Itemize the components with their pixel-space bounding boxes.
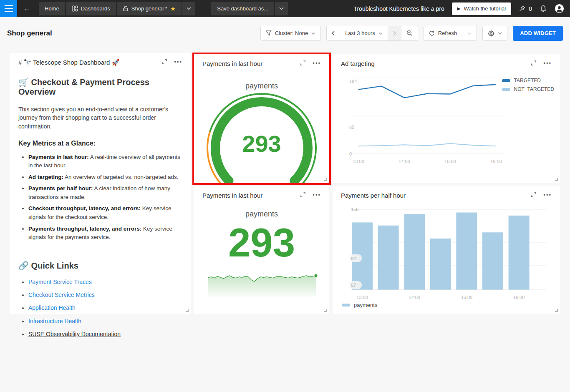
user-menu-button[interactable] (555, 4, 564, 13)
resize-handle[interactable] (186, 309, 189, 312)
widget-menu-icon[interactable]: ••• (313, 60, 321, 66)
bar-chart-legend: payments (342, 302, 377, 308)
tab-shop-general[interactable]: Shop general * ★ (117, 2, 182, 15)
gear-icon (488, 30, 494, 37)
refresh-label: Refresh (438, 30, 457, 36)
payments-bar-svg: 156925713:0014:0015:0016:00 (341, 201, 552, 304)
link-suse-observability-docs[interactable]: SUSE Observability Documentation (28, 331, 121, 337)
svg-text:184: 184 (349, 79, 357, 84)
notifications-button[interactable] (540, 5, 547, 13)
cluster-filter-button[interactable]: Cluster: None (261, 26, 320, 40)
dashboard-canvas: # 🔭 Telescope Shop Dashboard 🚀 ••• 🛒 Che… (0, 49, 570, 392)
link-application-health[interactable]: Application Health (28, 304, 76, 311)
link-infrastructure-health[interactable]: Infrastructure Health (28, 318, 81, 324)
payments-gauge-widget: Payments in last hour ••• payments293 (194, 54, 329, 183)
chevron-left-icon (332, 31, 335, 36)
svg-text:payments: payments (245, 82, 278, 90)
time-forward-button[interactable] (388, 26, 401, 40)
legend-label: TARGETED (514, 78, 541, 83)
add-widget-button[interactable]: ADD WIDGET (513, 26, 563, 41)
chevron-down-icon (187, 7, 191, 10)
menu-button[interactable] (0, 0, 17, 17)
markdown-widget: # 🔭 Telescope Shop Dashboard 🚀 ••• 🛒 Che… (10, 53, 191, 314)
pin-counter[interactable]: 0 (519, 5, 532, 12)
favorite-star-icon[interactable]: ★ (170, 5, 176, 12)
resize-handle[interactable] (555, 178, 558, 181)
expand-icon[interactable] (300, 192, 306, 198)
tab-home[interactable]: Home (39, 2, 65, 15)
resize-handle[interactable] (324, 178, 327, 181)
widget-menu-icon[interactable]: ••• (543, 192, 552, 198)
chevron-down-icon (279, 7, 284, 10)
link-checkout-service-metrics[interactable]: Checkout Service Metrics (28, 291, 95, 298)
watch-tutorial-button[interactable]: ▶ Watch the tutorial (452, 3, 511, 15)
payments-gauge-chart: payments293 (194, 54, 329, 183)
chevron-right-icon (393, 31, 396, 36)
payments-sparkline-svg (194, 272, 329, 297)
avatar (555, 4, 564, 13)
refresh-button[interactable]: Refresh (424, 26, 462, 40)
expand-icon[interactable] (531, 192, 537, 198)
save-dashboard-chevron[interactable] (275, 2, 288, 15)
quick-links-heading: 🔗 Quick Links (18, 261, 182, 271)
zoom-out-button[interactable] (401, 26, 418, 40)
tab-dashboards-label: Dashboards (81, 5, 110, 12)
widget-menu-icon[interactable]: ••• (174, 59, 182, 65)
list-item: Ad targeting: An overview of targeted vs… (28, 173, 182, 182)
watch-tutorial-label: Watch the tutorial (464, 5, 506, 12)
time-range-label: Last 3 hours (345, 30, 375, 36)
promo-text: Troubleshoot Kubernetes like a pro (353, 5, 444, 12)
expand-icon[interactable] (531, 60, 537, 66)
svg-text:0: 0 (349, 151, 352, 156)
list-item: Payments per half hour: A clear indicati… (28, 184, 182, 201)
svg-text:13:00: 13:00 (356, 295, 368, 300)
svg-text:156: 156 (351, 207, 358, 212)
settings-button[interactable] (483, 26, 507, 40)
legend-item[interactable]: TARGETED (502, 78, 554, 83)
save-dashboard-group: Save dashboard as... (211, 2, 288, 15)
dashboards-icon (72, 5, 78, 12)
svg-text:16:00: 16:00 (490, 159, 502, 164)
expand-icon[interactable] (161, 59, 167, 65)
dashboard-tabs: Home Dashboards Shop general * ★ (39, 2, 195, 15)
payments-bar-chart: 156925713:0014:0015:0016:00 (341, 201, 552, 304)
link-payment-service-traces[interactable]: Payment Service Traces (28, 279, 92, 285)
legend-label: payments (354, 302, 377, 308)
svg-text:15:00: 15:00 (461, 295, 473, 300)
markdown-intro: This section gives you an end-to-end vie… (18, 105, 182, 131)
resize-handle[interactable] (555, 309, 558, 312)
page-title: Shop general (7, 29, 52, 38)
payments-gauge-svg: payments293 (194, 54, 329, 183)
ad-targeting-widget: Ad targeting ••• 18465013:0014:0015:0016… (333, 54, 560, 183)
save-dashboard-button[interactable]: Save dashboard as... (211, 2, 274, 15)
refresh-options-chevron[interactable] (462, 26, 477, 40)
cluster-filter-label: Cluster: None (275, 30, 308, 36)
bell-icon (540, 5, 547, 13)
resize-handle[interactable] (324, 309, 327, 312)
list-item: Payments in last hour: A real-time overv… (28, 153, 182, 170)
widget-menu-icon[interactable]: ••• (543, 60, 552, 66)
svg-text:13:00: 13:00 (353, 159, 364, 164)
pin-count: 0 (529, 5, 532, 12)
svg-text:92: 92 (351, 256, 356, 261)
list-item: Payment Service Traces (28, 277, 182, 286)
time-range-button[interactable]: Last 3 hours (340, 26, 388, 40)
legend-item[interactable]: NOT_TARGETED (502, 86, 554, 92)
dashboard-controls: Cluster: None Last 3 hours (260, 26, 563, 41)
expand-icon[interactable] (300, 60, 306, 66)
chevron-down-icon (378, 32, 383, 35)
zoom-out-icon (406, 30, 413, 36)
chevron-down-icon (311, 32, 315, 35)
tab-dashboards[interactable]: Dashboards (66, 2, 116, 15)
svg-text:65: 65 (349, 125, 354, 130)
markdown-heading: 🛒 Checkout & Payment Process Overview (18, 77, 182, 97)
back-button[interactable]: ← (17, 5, 36, 13)
widget-menu-icon[interactable]: ••• (313, 192, 321, 198)
svg-text:57: 57 (351, 283, 356, 288)
refresh-icon (429, 30, 435, 36)
tab-options-chevron[interactable] (182, 2, 195, 15)
list-item: Checkout throughput, latency, and errors… (28, 204, 182, 221)
time-back-button[interactable] (327, 26, 340, 40)
ad-targeting-legend: TARGETEDNOT_TARGETED (502, 78, 554, 92)
svg-text:14:00: 14:00 (398, 159, 410, 164)
